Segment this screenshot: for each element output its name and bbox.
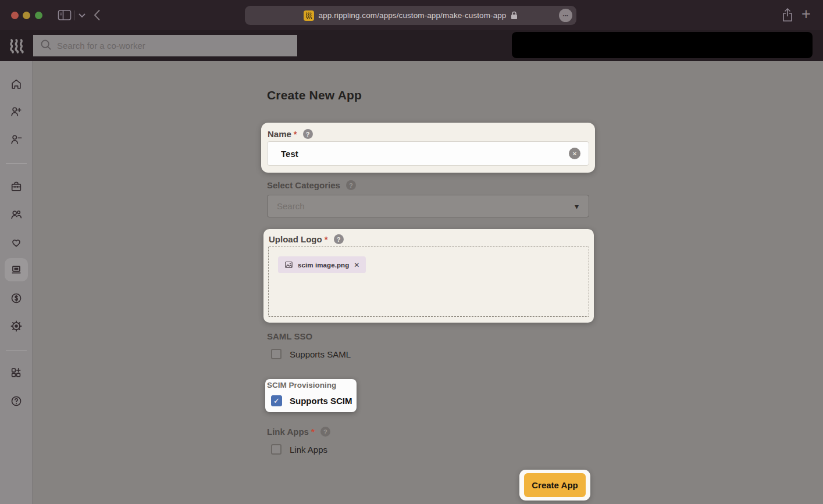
create-app-highlight-ring: Create App [519, 470, 590, 501]
categories-placeholder: Search [277, 201, 575, 211]
image-icon [284, 260, 293, 269]
home-icon [10, 78, 23, 91]
categories-dropdown[interactable]: Search ▾ [267, 195, 589, 217]
window-zoom-button[interactable] [35, 12, 42, 19]
scim-checkbox-row: ✓ Supports SCIM [271, 395, 352, 406]
create-app-button[interactable]: Create App [524, 473, 586, 497]
categories-label: Select Categories [267, 180, 340, 190]
sidebar-item-tools[interactable] [5, 175, 28, 198]
supports-scim-label[interactable]: Supports SCIM [290, 396, 352, 406]
caret-down-icon: ▾ [575, 202, 579, 211]
name-label-row: Name* ? [268, 129, 313, 139]
required-asterisk: * [294, 129, 297, 139]
rippling-logo [8, 38, 26, 56]
gear-icon [10, 320, 23, 333]
saml-checkbox-row: Supports SAML [271, 349, 351, 359]
chevron-down-icon[interactable] [79, 13, 85, 18]
url-bar[interactable]: app.rippling.com/apps/custom-app/make-cu… [245, 6, 576, 25]
laptop-icon [10, 263, 23, 276]
window-minimize-button[interactable] [23, 12, 30, 19]
redacted-user-panel [512, 32, 813, 58]
apps-grid-plus-icon [10, 366, 23, 379]
uploaded-file-name: scim image.png [298, 262, 349, 269]
sidebar-item-apps[interactable] [5, 361, 28, 384]
supports-scim-checkbox[interactable]: ✓ [271, 395, 282, 406]
saml-section-label: SAML SSO [267, 331, 312, 341]
categories-label-row: Select Categories ? [267, 180, 356, 190]
browser-chrome: app.rippling.com/apps/custom-app/make-cu… [0, 0, 823, 30]
page-title: Create New App [267, 88, 362, 102]
saml-section-row: SAML SSO [267, 331, 312, 341]
app-sidebar [0, 61, 33, 504]
search-input[interactable] [57, 41, 290, 51]
name-help-icon[interactable]: ? [303, 129, 313, 139]
remove-user-icon [10, 133, 23, 146]
main-content: Create New App Name* ? ✕ Select Categori… [33, 61, 823, 504]
heart-icon [10, 236, 23, 249]
link-apps-checkbox[interactable] [271, 444, 282, 455]
sidebar-item-add-user[interactable] [5, 100, 28, 123]
check-icon: ✓ [273, 396, 280, 405]
url-text: app.rippling.com/apps/custom-app/make-cu… [319, 11, 507, 20]
supports-saml-label[interactable]: Supports SAML [290, 349, 351, 359]
app-header [0, 30, 823, 61]
link-apps-label: Link Apps [267, 427, 309, 437]
name-input-wrap: ✕ [267, 141, 589, 166]
screen: app.rippling.com/apps/custom-app/make-cu… [0, 0, 823, 504]
upload-dropzone[interactable]: scim image.png ✕ [268, 246, 589, 317]
sidebar-item-devices[interactable] [5, 258, 28, 281]
upload-label-row: Upload Logo* ? [269, 234, 344, 244]
sidebar-item-people[interactable] [5, 203, 28, 226]
new-tab-icon[interactable]: + [801, 5, 811, 23]
uploaded-file-chip: scim image.png ✕ [278, 256, 366, 273]
scim-section-card: SCIM Provisioning ✓ Supports SCIM [265, 379, 357, 412]
link-apps-checkbox-label[interactable]: Link Apps [290, 445, 327, 455]
window-close-button[interactable] [11, 12, 19, 19]
people-icon [10, 208, 23, 221]
clear-input-icon[interactable]: ✕ [569, 148, 580, 159]
sidebar-divider [6, 350, 27, 351]
required-asterisk: * [325, 234, 328, 244]
sidebar-item-remove-user[interactable] [5, 128, 28, 151]
link-apps-checkbox-row: Link Apps [271, 444, 327, 455]
scim-section-label: SCIM Provisioning [267, 381, 336, 389]
lock-icon [511, 11, 518, 20]
toolbox-icon [10, 180, 23, 193]
sidebar-toggle-icon[interactable] [58, 9, 72, 21]
add-user-icon [10, 105, 23, 118]
required-asterisk: * [311, 427, 315, 437]
sidebar-item-payroll[interactable] [5, 287, 28, 310]
link-apps-label-row: Link Apps* ? [267, 427, 330, 437]
share-icon[interactable] [782, 8, 793, 22]
sidebar-item-settings[interactable] [5, 314, 28, 338]
global-search[interactable] [33, 35, 297, 56]
sidebar-item-benefits[interactable] [5, 231, 28, 254]
dollar-icon [10, 292, 23, 305]
categories-help-icon[interactable]: ? [346, 180, 356, 190]
sidebar-item-home[interactable] [5, 73, 28, 96]
upload-label: Upload Logo [269, 234, 322, 244]
toolbar-divider [74, 10, 75, 20]
page-menu-icon[interactable]: ••• [559, 9, 572, 22]
supports-saml-checkbox[interactable] [271, 349, 282, 359]
question-icon [10, 395, 23, 408]
back-icon[interactable] [93, 9, 101, 21]
rippling-favicon [304, 10, 314, 21]
remove-file-icon[interactable]: ✕ [354, 261, 359, 269]
upload-help-icon[interactable]: ? [334, 234, 344, 244]
name-label: Name [268, 129, 291, 139]
sidebar-item-help[interactable] [5, 389, 28, 413]
link-apps-help-icon[interactable]: ? [320, 427, 330, 437]
sidebar-divider [6, 163, 27, 164]
upload-logo-card: Upload Logo* ? scim image.png ✕ [263, 229, 594, 323]
name-input[interactable] [267, 141, 589, 166]
search-icon [40, 39, 52, 53]
name-field-card: Name* ? ✕ [261, 123, 595, 173]
